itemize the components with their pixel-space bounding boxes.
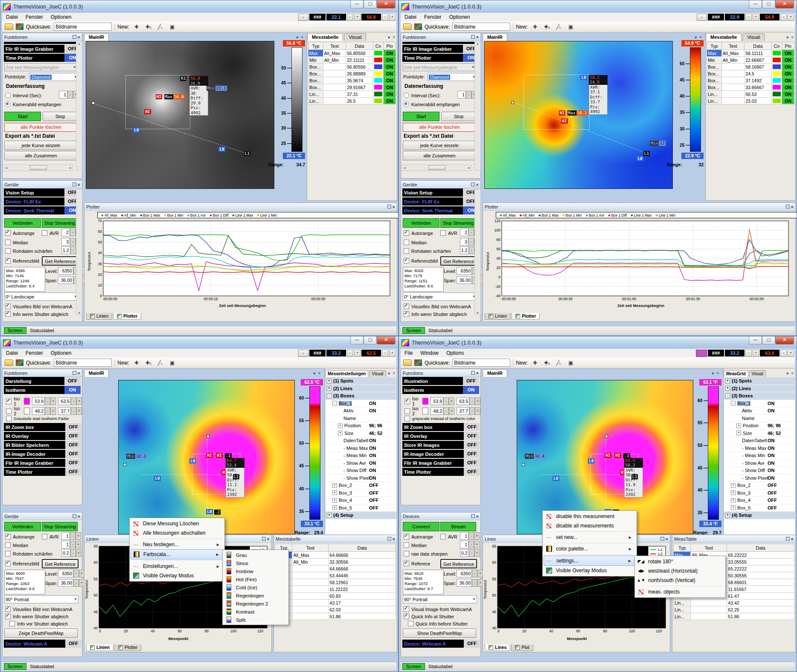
menu-fenster[interactable]: Fenster: [22, 350, 47, 356]
table-row[interactable]: Box...33.66667ON: [707, 84, 794, 91]
close-panel-icon[interactable]: ×: [475, 35, 479, 40]
toggle-ir-overlay[interactable]: IR OverlayOFF: [4, 432, 81, 440]
new-box-button[interactable]: ▣: [566, 359, 576, 367]
maximize-button[interactable]: ▢: [364, 336, 377, 345]
tab-plotter[interactable]: Plotter: [113, 313, 141, 320]
avr-spinner[interactable]: 1-+: [460, 533, 480, 539]
menuitem-north-south-vertical[interactable]: ▲▼north/south (Vertical): [636, 576, 724, 585]
toggle-flir-ir-image-grabber[interactable]: Flir IR Image GrabberOFF: [4, 459, 81, 467]
dock-close-icon[interactable]: ×: [301, 35, 303, 40]
table-row[interactable]: Lin...43.17: [275, 600, 396, 606]
quicksave-icon[interactable]: [16, 359, 23, 366]
orientation-select[interactable]: 90° Portrait▼: [4, 595, 79, 603]
dock-close-icon[interactable]: ×: [393, 371, 395, 376]
line-handle[interactable]: [511, 101, 514, 104]
menu-fenster[interactable]: Fenster: [420, 14, 445, 20]
close-panel-icon[interactable]: ×: [790, 536, 794, 542]
toggle-device-flir-ex[interactable]: Device: FLIR ExOFF: [4, 197, 81, 206]
level-spinner[interactable]: 6350-+: [457, 570, 483, 577]
tree-postion[interactable]: +Postion96; 96: [724, 422, 795, 430]
iso2-row[interactable]: Iso 248.2-+37.7-+: [6, 406, 82, 416]
close-panel-icon[interactable]: ×: [391, 536, 395, 542]
table-row[interactable]: Bo...64.66666: [275, 565, 396, 572]
median-spinner[interactable]: 1-+: [61, 541, 81, 548]
sharpen-checkbox[interactable]: Rohdaten schärfen: [5, 551, 52, 556]
get-reference-button[interactable]: Get Reference: [42, 559, 79, 568]
get-reference-button[interactable]: Get Reference: [42, 256, 79, 266]
table-row[interactable]: Lin...62.03: [275, 606, 396, 613]
orientation-select[interactable]: 0° Landscape▼: [403, 293, 477, 301]
screen-button[interactable]: Screen: [4, 327, 26, 334]
toggle-vision-setup[interactable]: Vision SetupOFF: [4, 188, 81, 197]
menuitem-meas-objects[interactable]: meas. objects: [636, 587, 724, 597]
toggle-flir-ir-image-grabber[interactable]: Flir IR Image GrabberOFF: [402, 45, 479, 53]
close-panel-icon[interactable]: ×: [475, 371, 479, 376]
tree-box-5[interactable]: +Box_5OFF: [724, 504, 795, 512]
menuitem-farbscala[interactable]: Farbscala...▶: [131, 549, 224, 559]
tree-aktiv[interactable]: AktivON: [724, 407, 795, 415]
close-button[interactable]: ✕: [377, 336, 396, 345]
close-panel-icon[interactable]: ×: [76, 35, 80, 40]
kamerabild-radio[interactable]: Kamerabild empfangen: [404, 101, 460, 107]
menu-datei[interactable]: Datei: [2, 350, 22, 356]
toggle-vision-setup[interactable]: Vision SetupOFF: [402, 188, 479, 197]
quicksave-input[interactable]: [54, 23, 112, 31]
menu-file[interactable]: File: [401, 350, 416, 356]
interval-radio[interactable]: Interval (Sec):: [404, 93, 440, 98]
span-spinner[interactable]: 36.00-+: [457, 579, 483, 586]
low-inc-button[interactable]: +: [354, 350, 361, 357]
get-reference-button[interactable]: Get Reference: [440, 559, 477, 568]
low-inc-button[interactable]: +: [354, 14, 361, 21]
export-each-button[interactable]: jede Kurve einzeln: [403, 141, 476, 150]
dock-menu-icon[interactable]: ▾: [712, 371, 714, 376]
menuitem-hot-fire[interactable]: Hot (Fire): [224, 575, 288, 583]
tab-mainir[interactable]: MainIR: [483, 369, 507, 377]
maximize-button[interactable]: ▢: [762, 336, 775, 345]
high-dec-button[interactable]: -: [382, 14, 388, 21]
tree-aktiv[interactable]: AktivON: [326, 407, 396, 415]
table-row[interactable]: Lin...51.86: [275, 613, 396, 620]
tab-mainir[interactable]: MainIR: [84, 369, 109, 377]
tab-plot[interactable]: Plot: [511, 644, 533, 651]
dock-close-icon[interactable]: ×: [393, 35, 395, 40]
table-row[interactable]: Lin...26.5ON: [308, 98, 396, 104]
pin-icon[interactable]: [786, 537, 790, 541]
tab-messtabelle[interactable]: Messtabelle: [307, 33, 343, 41]
avr-checkbox[interactable]: AVR: [440, 230, 457, 236]
iso2-row[interactable]: Iso 248.2-+37.7-+: [404, 406, 480, 416]
quicksave-input[interactable]: [54, 359, 112, 367]
tab-mainir[interactable]: MainIR: [483, 33, 507, 41]
deathpixel-button[interactable]: Zeige DeathPixelMap: [4, 629, 78, 638]
h-scrollbar[interactable]: ◄►: [3, 165, 73, 171]
shutter-before-checkbox[interactable]: Info vor Shutter abgleich: [9, 621, 68, 626]
median-spinner[interactable]: 1-+: [460, 541, 480, 548]
new-box-button[interactable]: ▣: [168, 359, 177, 367]
tree-meas-min[interactable]: - Meas MinON: [724, 452, 795, 460]
titlebar[interactable]: ThermoVision_JoeC (1.0.0.3)—▢✕: [0, 0, 398, 13]
stream-button[interactable]: Stop Streaming: [42, 218, 78, 228]
tab-linien[interactable]: Linien: [86, 313, 112, 320]
new-spot-button[interactable]: ✚: [530, 23, 540, 31]
open-file-icon[interactable]: [403, 359, 412, 366]
menu-datei[interactable]: Datei: [401, 14, 420, 20]
tree-name[interactable]: Name: [724, 415, 795, 423]
tab-mainir[interactable]: MainIR: [84, 33, 109, 41]
stream-button[interactable]: Stream: [440, 522, 476, 531]
autorange-checkbox[interactable]: Autorange: [5, 230, 35, 236]
toggle-flir-ir-image-grabber[interactable]: Flir IR Image GrabberOFF: [4, 45, 81, 53]
sharpen-spinner[interactable]: 0.2-+: [61, 550, 81, 556]
quicksave-icon[interactable]: [414, 359, 422, 366]
shutter-info-checkbox[interactable]: Info wenn Shutter abgleich: [5, 614, 68, 619]
shutter-info-checkbox[interactable]: Info wenn Shutter abgleich: [404, 311, 467, 317]
pointstyle-select[interactable]: Diamond▼: [29, 73, 79, 81]
menuitem-cold-ice[interactable]: Cold (Ice): [224, 583, 288, 591]
orientation-select[interactable]: 0° Landscape▼: [4, 293, 79, 301]
tree-show-pixel[interactable]: - Show PixelON: [326, 475, 396, 482]
deathpixel-button[interactable]: Show DeathPixelMap: [403, 629, 476, 638]
low-dec-button[interactable]: -: [745, 350, 752, 357]
high-dec-button[interactable]: -: [382, 350, 388, 357]
v-scrollbar[interactable]: ▲: [76, 42, 82, 171]
export-all-button[interactable]: alle Zusammen: [4, 151, 78, 160]
toggle-ir-image-decoder[interactable]: IR-Image DecoderOFF: [402, 450, 480, 458]
tree-4-setup[interactable]: +(4) Setup: [326, 512, 396, 519]
